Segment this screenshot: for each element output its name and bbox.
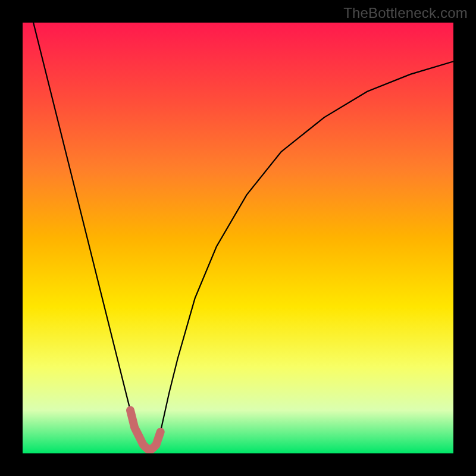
chart-frame: TheBottleneck.com [0, 0, 476, 476]
watermark-text: TheBottleneck.com [343, 5, 468, 21]
plot-area [23, 23, 453, 453]
bottleneck-curve [23, 0, 453, 449]
optimal-band [130, 411, 161, 449]
curve-svg [23, 23, 453, 453]
